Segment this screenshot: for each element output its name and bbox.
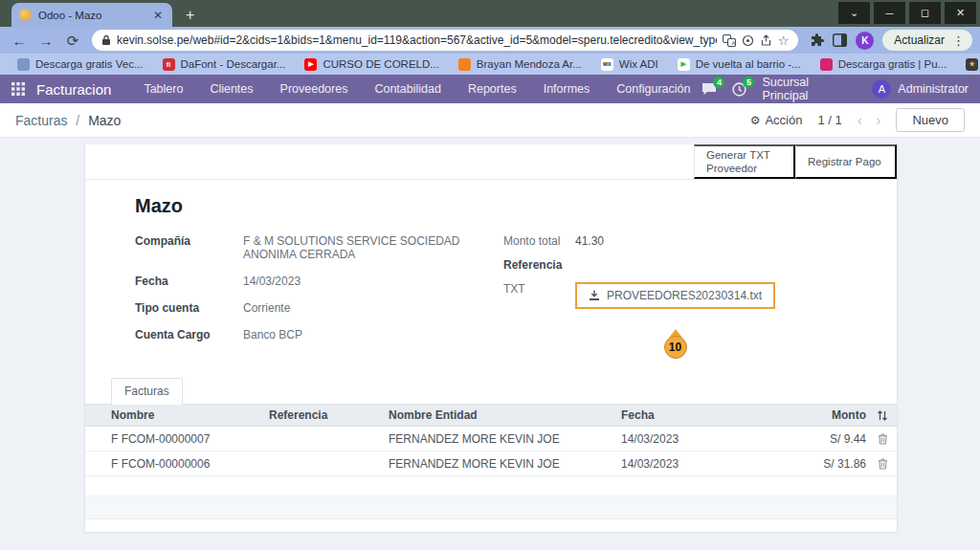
pager-prev-icon[interactable]: ‹ [858, 112, 862, 129]
field-value[interactable]: Banco BCP [243, 328, 302, 341]
app-name[interactable]: Facturacion [36, 81, 111, 98]
bookmark-item[interactable]: Descarga gratis Vec... [10, 58, 151, 71]
top-menu: Tablero Clientes Proveedores Contabilida… [132, 78, 702, 99]
site-controls-icon[interactable] [742, 34, 754, 47]
table-row[interactable]: F FCOM-00000007 FERNANDEZ MORE KEVIN JOE… [85, 427, 897, 451]
header-monto[interactable]: Monto [755, 408, 866, 422]
messages-badge: 4 [713, 77, 724, 88]
window-controls: ⌄ ─ ◻ ✕ [838, 2, 976, 24]
referencia-row: Referencia [503, 258, 886, 272]
share-icon[interactable] [760, 34, 772, 47]
bookmark-favicon-icon: ★ [966, 58, 978, 71]
txt-filename: PROVEEDORES20230314.txt [607, 289, 762, 302]
lock-icon[interactable] [101, 34, 111, 46]
update-button[interactable]: Actualizar ⋮ [882, 30, 972, 51]
record-title: Mazo [135, 195, 897, 217]
menu-item[interactable]: Contabilidad [363, 78, 453, 99]
monto-total-value: 41.30 [575, 234, 604, 248]
form-field-row: Compañía F & M SOLUTIONS SERVICE SOCIEDA… [135, 234, 503, 261]
toolbar-right: K Actualizar ⋮ [806, 30, 972, 51]
forward-icon[interactable]: → [34, 33, 57, 48]
new-tab-button[interactable]: + [186, 8, 194, 23]
profile-avatar[interactable]: K [856, 32, 874, 50]
field-label: Fecha [135, 275, 243, 288]
gear-icon: ⚙ [750, 114, 761, 127]
apps-menu-icon[interactable] [11, 82, 25, 96]
activities-button[interactable]: 5 [732, 82, 746, 97]
tab-close-icon[interactable]: ✕ [151, 9, 165, 22]
close-button[interactable]: ✕ [945, 2, 976, 24]
browser-tab[interactable]: Odoo - Mazo ✕ [11, 3, 172, 27]
back-icon[interactable]: ← [8, 33, 31, 48]
notebook-tab-strip: Facturas [85, 378, 897, 405]
bookmark-star-icon[interactable]: ☆ [778, 33, 790, 48]
user-avatar: A [872, 79, 891, 99]
menu-item[interactable]: Reportes [457, 78, 528, 99]
user-menu[interactable]: A Administrator [872, 79, 969, 99]
delete-row-icon[interactable] [866, 458, 899, 470]
control-panel: Facturas / Mazo ⚙ Acción 1 / 1 ‹ › Nuevo [0, 103, 980, 138]
empty-row [85, 476, 897, 496]
browser-titlebar: Odoo - Mazo ✕ + ⌄ ─ ◻ ✕ [0, 0, 980, 27]
txt-download-link[interactable]: PROVEEDORES20230314.txt [575, 282, 775, 309]
company-switcher[interactable]: Sucursal Principal [762, 76, 857, 102]
header-entidad[interactable]: Nombre Entidad [389, 408, 621, 422]
delete-row-icon[interactable] [866, 433, 899, 445]
field-value[interactable]: F & M SOLUTIONS SERVICE SOCIEDAD ANONIMA… [243, 234, 503, 261]
optional-columns-icon[interactable] [866, 410, 899, 421]
browser-menu-icon[interactable]: ⋮ [952, 33, 965, 48]
form-card: Generar TXT Proveedor Registrar Pago Maz… [84, 144, 898, 533]
table-header-row: Nombre Referencia Nombre Entidad Fecha M… [85, 405, 897, 427]
bookmark-item[interactable]: WIX Wix ADI [593, 58, 666, 71]
bookmark-favicon-icon [17, 58, 30, 71]
bookmark-favicon-icon [820, 58, 833, 71]
menu-item[interactable]: Informes [532, 78, 602, 99]
form-header-button[interactable]: Registrar Pago [795, 144, 897, 179]
side-panel-icon[interactable] [833, 33, 847, 47]
breadcrumb-facturas-link[interactable]: Facturas [15, 113, 67, 128]
maximize-button[interactable]: ◻ [909, 2, 941, 24]
action-menu-button[interactable]: ⚙ Acción [750, 113, 803, 127]
monto-total-label: Monto total [503, 234, 575, 248]
header-nombre[interactable]: Nombre [85, 408, 269, 422]
menu-item[interactable]: Proveedores [269, 78, 360, 99]
form-field-row: Cuenta Cargo Banco BCP [135, 328, 503, 341]
annotation-arrow-icon [669, 313, 682, 334]
pager-counter: 1 / 1 [817, 113, 841, 127]
table-row[interactable]: F FCOM-00000006 FERNANDEZ MORE KEVIN JOE… [85, 451, 897, 476]
minimize-button[interactable]: ─ [874, 2, 905, 24]
bookmark-item[interactable]: ★ Punto de venta Ven... [958, 58, 980, 71]
form-header-button[interactable]: Generar TXT Proveedor [694, 144, 795, 179]
menu-item[interactable]: Tablero [132, 78, 194, 99]
bookmark-item[interactable]: ▶ CURSO DE CORELD... [297, 58, 446, 71]
messages-button[interactable]: 4 [702, 82, 717, 96]
main-content: Generar TXT Proveedor Registrar Pago Maz… [0, 138, 980, 550]
bookmark-item[interactable]: Descarga gratis | Pu... [813, 58, 955, 71]
new-record-button[interactable]: Nuevo [896, 108, 965, 132]
txt-label: TXT [503, 282, 575, 296]
svg-text:A: A [731, 40, 735, 46]
bookmark-item[interactable]: ▶ De vuelta al barrio -... [670, 58, 809, 71]
odoo-favicon-icon [19, 9, 32, 21]
pager-next-icon[interactable]: › [876, 112, 880, 129]
header-referencia[interactable]: Referencia [269, 408, 389, 422]
translate-icon[interactable]: A [723, 34, 736, 47]
tab-facturas[interactable]: Facturas [111, 378, 183, 405]
tab-search-button[interactable]: ⌄ [838, 2, 870, 24]
extensions-icon[interactable] [810, 33, 824, 48]
menu-item[interactable]: Configuración [605, 78, 702, 99]
breadcrumb: Facturas / Mazo [15, 113, 750, 128]
bookmark-favicon-icon: ▶ [304, 58, 317, 71]
download-icon [589, 290, 600, 301]
refresh-icon[interactable]: ⟳ [61, 33, 84, 48]
empty-row [85, 496, 897, 519]
field-value[interactable]: Corriente [243, 301, 290, 315]
address-bar[interactable]: kevin.solse.pe/web#id=2&cids=1&bids=1&me… [92, 30, 798, 51]
control-panel-right: ⚙ Acción 1 / 1 ‹ › Nuevo [750, 108, 965, 132]
field-value[interactable]: 14/03/2023 [243, 275, 301, 288]
menu-item[interactable]: Clientes [198, 78, 264, 99]
right-field-column: Monto total 41.30 Referencia TXT PROVEED… [503, 234, 886, 355]
bookmark-item[interactable]: Brayan Mendoza Ar... [451, 58, 590, 71]
header-fecha[interactable]: Fecha [621, 408, 755, 422]
bookmark-item[interactable]: fl DaFont - Descargar... [155, 58, 294, 71]
